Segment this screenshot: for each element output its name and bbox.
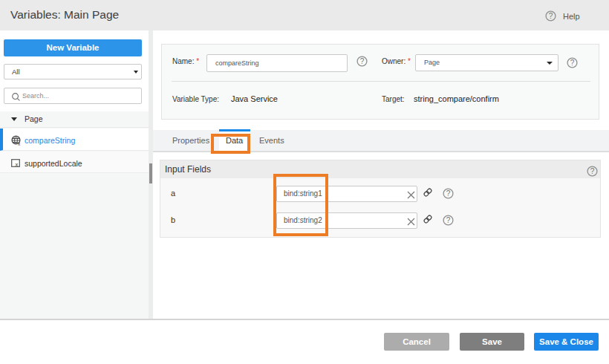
svg-text:?: ? [360,57,365,65]
svg-text:?: ? [446,189,451,198]
svg-text:?: ? [446,216,451,224]
svg-text:x: x [18,141,21,146]
svg-text:?: ? [570,59,575,67]
svg-text:x: x [16,161,19,168]
svg-text:?: ? [590,167,595,175]
svg-text:?: ? [549,12,553,20]
